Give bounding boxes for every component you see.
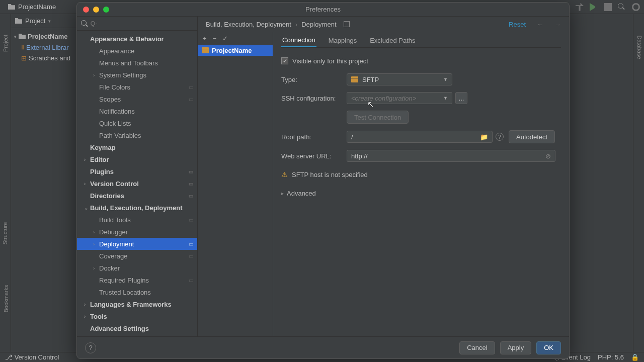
tree-scratches[interactable]: ⊞ Scratches and (11, 53, 79, 63)
settings-icon[interactable] (632, 3, 640, 11)
breadcrumb[interactable]: Deployment (301, 21, 336, 28)
apply-button[interactable]: Apply (500, 341, 532, 354)
right-tool-rail: Database (633, 14, 644, 352)
chevron-right-icon: ▸ (281, 191, 284, 196)
mark-default-button[interactable]: ✓ (222, 35, 228, 42)
sidebar-item[interactable]: ›Editor (77, 153, 197, 165)
sftp-icon (351, 76, 358, 82)
advanced-toggle[interactable]: ▸ Advanced (281, 190, 316, 197)
cancel-button[interactable]: Cancel (459, 341, 495, 354)
sidebar-item[interactable]: ›System Settings (77, 69, 197, 81)
sidebar-item[interactable]: ›Version Control▭ (77, 177, 197, 190)
sidebar-item[interactable]: Path Variables (77, 129, 197, 141)
sidebar-item[interactable]: ›Debugger (77, 226, 197, 238)
server-list-item[interactable]: ProjectName (198, 45, 273, 56)
preferences-dialog: Preferences Appearance & BehaviorAppeara… (76, 2, 570, 359)
sidebar-item[interactable]: Quick Lists (77, 117, 197, 129)
web-server-icon (202, 47, 209, 53)
help-button[interactable]: ? (85, 342, 96, 353)
sidebar-item[interactable]: Appearance (77, 45, 197, 57)
project-name: ProjectName (18, 3, 56, 11)
visible-only-checkbox[interactable]: ✓ (281, 57, 288, 64)
rail-database[interactable]: Database (636, 35, 642, 59)
run-icon[interactable] (590, 3, 598, 11)
warning-icon: ⚠ (281, 170, 288, 178)
sidebar-item[interactable]: Directories▭ (77, 190, 197, 202)
sidebar-item[interactable]: Appearance & Behavior (77, 33, 197, 45)
project-panel: Project ▾ ▾ ProjectName ⫴ External Libra… (11, 14, 79, 352)
rail-structure[interactable]: Structure (2, 222, 8, 245)
ssh-config-select[interactable]: <create configuration>▼ (347, 92, 452, 104)
sidebar-item[interactable]: ⌄Build, Execution, Deployment (77, 202, 197, 214)
sidebar-item[interactable]: ›Languages & Frameworks (77, 298, 197, 310)
sidebar-item[interactable]: Advanced Settings (77, 322, 197, 334)
settings-sidebar: Appearance & BehaviorAppearanceMenus and… (77, 17, 198, 336)
root-path-input[interactable]: / 📁 (347, 131, 493, 143)
type-select[interactable]: SFTP▼ (347, 73, 452, 85)
folder-icon (8, 4, 15, 10)
folder-browse-icon[interactable]: 📁 (480, 133, 488, 141)
ok-button[interactable]: OK (536, 341, 561, 354)
info-icon[interactable]: ? (496, 133, 504, 141)
sidebar-item[interactable]: File Colors▭ (77, 81, 197, 93)
autodetect-button[interactable]: Autodetect (509, 130, 555, 143)
type-label: Type: (281, 76, 347, 83)
scope-icon (344, 21, 350, 27)
stop-icon[interactable] (604, 3, 612, 11)
deployment-servers-list: + − ✓ ProjectName (198, 32, 273, 336)
server-name-label: ProjectName (212, 47, 252, 54)
reset-button[interactable]: Reset (509, 21, 526, 28)
search-icon[interactable] (618, 3, 626, 11)
folder-icon (15, 18, 22, 24)
warning-text: SFTP host is not specified (292, 171, 368, 178)
breadcrumb[interactable]: Build, Execution, Deployment (206, 21, 291, 28)
tree-root[interactable]: ▾ ProjectName (11, 31, 79, 42)
status-lock-icon[interactable]: 🔒 (631, 353, 639, 361)
add-server-button[interactable]: + (203, 35, 207, 42)
tab-connection[interactable]: Connection (281, 34, 316, 47)
ssh-config-label: SSH configuration: (281, 95, 347, 102)
back-button[interactable]: ← (537, 21, 543, 28)
web-url-input[interactable]: http:// ⊘ (347, 150, 555, 162)
sidebar-item[interactable]: ›Docker (77, 262, 197, 274)
search-icon (81, 20, 88, 27)
web-url-label: Web server URL: (281, 152, 347, 160)
forward-button: → (554, 21, 561, 28)
test-connection-button[interactable]: Test Connection (347, 111, 409, 124)
sidebar-item[interactable]: Coverage▭ (77, 250, 197, 262)
sidebar-item[interactable]: Required Plugins▭ (77, 274, 197, 286)
remove-server-button[interactable]: − (213, 35, 217, 42)
visible-only-label: Visible only for this project (292, 57, 368, 65)
sidebar-item[interactable]: Build Tools▭ (77, 214, 197, 226)
status-vc[interactable]: ⎇ Version Control (5, 353, 59, 361)
tree-ext-lib[interactable]: ⫴ External Librar (11, 42, 79, 53)
sidebar-item[interactable]: Menus and Toolbars (77, 57, 197, 69)
build-icon[interactable] (576, 3, 584, 11)
left-tool-rail: Project Structure Bookmarks (0, 14, 11, 352)
settings-search-input[interactable] (91, 20, 193, 27)
sidebar-item[interactable]: Plugins▭ (77, 165, 197, 177)
open-url-icon[interactable]: ⊘ (545, 152, 551, 160)
sidebar-item[interactable]: Keymap (77, 141, 197, 153)
sidebar-item[interactable]: Scopes▭ (77, 93, 197, 105)
rail-bookmarks[interactable]: Bookmarks (3, 285, 9, 312)
rail-project[interactable]: Project (3, 35, 9, 52)
sidebar-item[interactable]: Notifications (77, 105, 197, 117)
ssh-config-browse-button[interactable]: ... (455, 92, 467, 104)
status-php[interactable]: PHP: 5.6 (598, 353, 624, 361)
root-path-label: Root path: (281, 133, 347, 141)
sidebar-item[interactable]: ›Deployment▭ (77, 238, 197, 250)
sidebar-item[interactable]: Trusted Locations (77, 286, 197, 298)
chevron-right-icon: › (295, 21, 297, 28)
sidebar-item[interactable]: ›Tools (77, 310, 197, 322)
dialog-title: Preferences (77, 6, 569, 13)
project-view-label[interactable]: Project (25, 17, 45, 25)
tab-mappings[interactable]: Mappings (328, 35, 358, 46)
tab-excluded-paths[interactable]: Excluded Paths (369, 35, 416, 46)
